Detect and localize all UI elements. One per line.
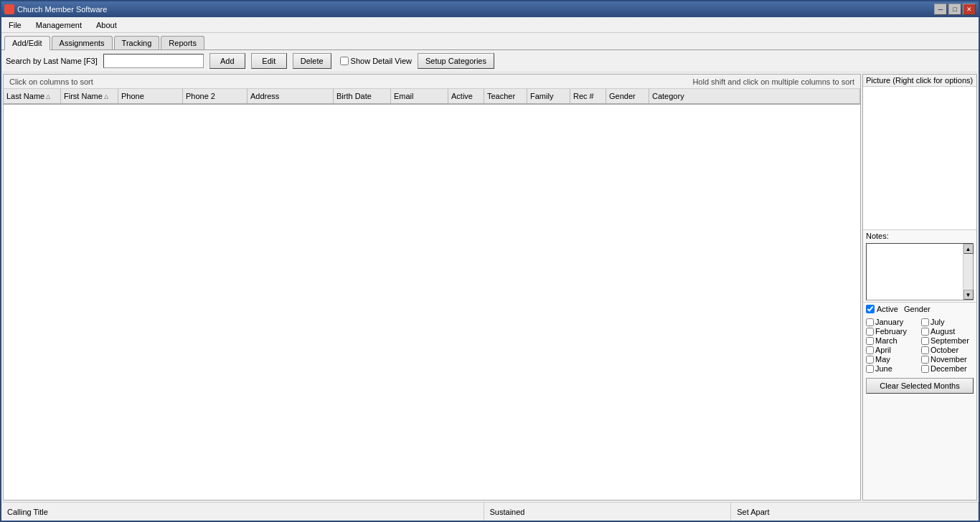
active-text: Active (877, 305, 898, 313)
search-label: Search by Last Name [F3] (6, 57, 98, 65)
sort-arrow-first-name: △ (104, 93, 108, 100)
month-march[interactable]: March (866, 336, 918, 345)
month-july[interactable]: July (921, 318, 974, 326)
notes-scroll-down[interactable]: ▼ (963, 290, 974, 300)
app-window: Church Member Software ─ □ ✕ File Manage… (0, 0, 980, 522)
sort-arrow-last-name: △ (46, 93, 50, 100)
table-area: Click on columns to sort Hold shift and … (3, 74, 861, 500)
main-content: Click on columns to sort Hold shift and … (1, 72, 979, 502)
month-july-cb[interactable] (921, 318, 929, 326)
show-detail-checkbox[interactable] (340, 57, 349, 65)
active-label[interactable]: Active (866, 305, 898, 313)
tab-reports[interactable]: Reports (161, 36, 204, 49)
picture-label: Picture (Right click for options) (863, 75, 976, 87)
notes-textarea[interactable] (867, 244, 963, 300)
sort-hint: Click on columns to sort Hold shift and … (4, 75, 860, 89)
month-january[interactable]: January (866, 318, 918, 326)
month-september[interactable]: September (921, 336, 974, 345)
month-october[interactable]: October (921, 346, 974, 354)
tab-assignments[interactable]: Assignments (52, 36, 113, 49)
col-gender[interactable]: Gender (606, 89, 649, 103)
maximize-button[interactable]: □ (948, 4, 961, 15)
month-april-cb[interactable] (866, 346, 874, 354)
tab-tracking[interactable]: Tracking (114, 36, 160, 49)
sort-hint-right: Hold shift and click on multiple columns… (692, 77, 854, 86)
month-october-cb[interactable] (921, 346, 929, 354)
picture-area[interactable] (863, 87, 976, 230)
col-last-name[interactable]: Last Name △ (4, 89, 61, 103)
minimize-button[interactable]: ─ (934, 4, 947, 15)
notes-scrollbar: ▲ ▼ (963, 244, 973, 300)
setup-categories-button[interactable]: Setup Categories (418, 53, 494, 69)
month-june-cb[interactable] (866, 365, 874, 373)
month-september-cb[interactable] (921, 337, 929, 345)
toolbar: Search by Last Name [F3] Add Edit Delete… (1, 50, 979, 72)
right-panel: Picture (Right click for options) Notes:… (862, 74, 977, 500)
month-november-cb[interactable] (921, 356, 929, 364)
month-march-cb[interactable] (866, 337, 874, 345)
tab-add-edit[interactable]: Add/Edit (4, 36, 50, 50)
status-set-apart: Set Apart (731, 503, 979, 521)
status-bar: Calling Title Sustained Set Apart (1, 502, 979, 521)
search-input[interactable] (103, 54, 204, 68)
menu-bar: File Management About (1, 17, 979, 33)
table-headers: Last Name △ First Name △ Phone Phone 2 A… (4, 89, 860, 105)
months-area: January July February August March (863, 315, 976, 375)
month-august[interactable]: August (921, 327, 974, 336)
month-february-cb[interactable] (866, 328, 874, 336)
col-rec-num[interactable]: Rec # (570, 89, 606, 103)
month-august-cb[interactable] (921, 328, 929, 336)
gender-text: Gender (904, 305, 930, 313)
col-teacher[interactable]: Teacher (484, 89, 527, 103)
active-gender-row: Active Gender (863, 302, 976, 315)
month-may-cb[interactable] (866, 356, 874, 364)
notes-label: Notes: (863, 230, 976, 242)
col-category[interactable]: Category (649, 89, 860, 103)
close-button[interactable]: ✕ (963, 4, 976, 15)
toolbar-right: Show Detail View Setup Categories (340, 53, 494, 69)
month-january-cb[interactable] (866, 318, 874, 326)
notes-wrapper: ▲ ▼ (866, 243, 974, 300)
sort-hint-left: Click on columns to sort (9, 77, 93, 86)
title-bar: Church Member Software ─ □ ✕ (1, 1, 979, 17)
status-sustained: Sustained (484, 503, 732, 521)
months-grid: January July February August March (866, 318, 974, 373)
tab-bar: Add/Edit Assignments Tracking Reports (1, 33, 979, 50)
col-birth-date[interactable]: Birth Date (334, 89, 391, 103)
title-bar-title: Church Member Software (17, 5, 107, 14)
show-detail-label[interactable]: Show Detail View (340, 57, 412, 65)
title-bar-left: Church Member Software (4, 4, 107, 14)
edit-button[interactable]: Edit (251, 53, 287, 69)
menu-file[interactable]: File (4, 19, 26, 31)
month-june[interactable]: June (866, 364, 918, 373)
month-april[interactable]: April (866, 346, 918, 354)
col-email[interactable]: Email (391, 89, 448, 103)
show-detail-text: Show Detail View (351, 57, 412, 65)
col-address[interactable]: Address (248, 89, 334, 103)
status-calling-title: Calling Title (1, 503, 484, 521)
col-first-name[interactable]: First Name △ (61, 89, 118, 103)
col-phone[interactable]: Phone (118, 89, 183, 103)
delete-button[interactable]: Delete (293, 53, 331, 69)
add-button[interactable]: Add (209, 53, 245, 69)
month-december-cb[interactable] (921, 365, 929, 373)
notes-scroll-up[interactable]: ▲ (963, 244, 974, 254)
month-december[interactable]: December (921, 364, 974, 373)
col-phone2[interactable]: Phone 2 (183, 89, 248, 103)
active-checkbox[interactable] (866, 305, 875, 313)
month-february[interactable]: February (866, 327, 918, 336)
month-november[interactable]: November (921, 355, 974, 364)
clear-months-button[interactable]: Clear Selected Months (866, 378, 974, 394)
title-bar-controls: ─ □ ✕ (934, 4, 976, 15)
month-may[interactable]: May (866, 355, 918, 364)
col-family[interactable]: Family (527, 89, 570, 103)
menu-management[interactable]: Management (32, 19, 86, 31)
col-active[interactable]: Active (448, 89, 484, 103)
menu-about[interactable]: About (92, 19, 121, 31)
app-icon (4, 4, 14, 14)
table-body (4, 105, 860, 500)
